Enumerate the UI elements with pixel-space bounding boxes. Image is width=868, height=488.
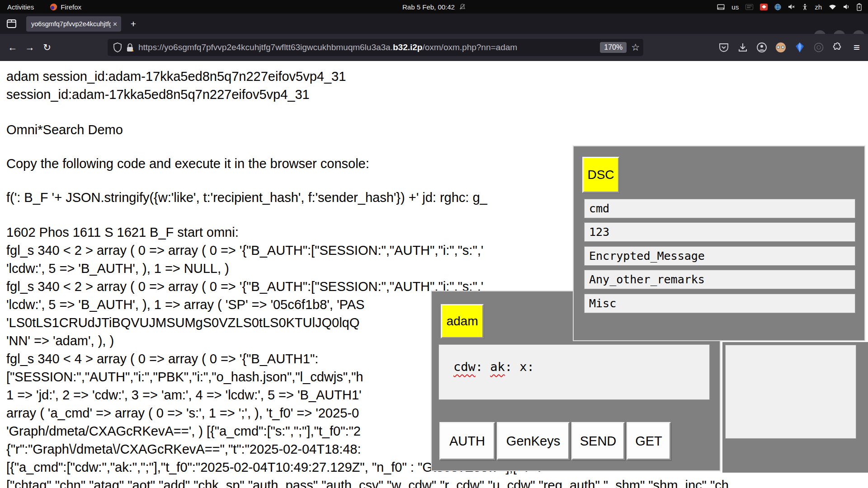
console-word: ak	[490, 360, 505, 374]
firefox-view-icon[interactable]	[6, 19, 17, 29]
hidden-panel-textarea[interactable]	[725, 345, 856, 439]
adam-title-button[interactable]: adam	[441, 304, 484, 338]
globe-tray-icon[interactable]	[774, 4, 781, 10]
focused-app-label: Firefox	[61, 3, 81, 11]
lock-icon[interactable]	[126, 43, 134, 52]
genkeys-button[interactable]: GenKeys	[497, 422, 570, 460]
input-method-icon[interactable]	[745, 4, 753, 10]
browser-tab[interactable]: yo6sgmfq7pfvvp2e4kcuhjtfg ✕	[26, 16, 121, 32]
dsc-panel: DSC cmd 123 Encrypted_Message Any_other_…	[573, 145, 865, 341]
hidden-widget-panel	[722, 342, 868, 473]
extension-blue-icon[interactable]	[794, 42, 806, 53]
page-line: session_id:adam-17kka5ed8n5q7n227eifov5v…	[6, 87, 868, 102]
bookmark-star-icon[interactable]: ☆	[631, 42, 640, 53]
pocket-icon[interactable]	[718, 42, 730, 53]
audio-muted-icon[interactable]	[788, 4, 795, 10]
firefox-logo-icon	[50, 4, 57, 10]
send-button[interactable]: SEND	[571, 422, 625, 460]
keyboard-icon[interactable]	[717, 4, 725, 10]
dsc-title-button[interactable]: DSC	[582, 157, 619, 193]
forward-button[interactable]: →	[23, 40, 37, 55]
menu-hamburger-icon[interactable]: ≡	[851, 41, 863, 54]
misc-field[interactable]: Misc	[584, 294, 855, 313]
language-indicator[interactable]: zh	[815, 3, 822, 11]
volume-icon[interactable]	[843, 4, 850, 10]
new-tab-button[interactable]: +	[127, 18, 139, 30]
auth-button[interactable]: AUTH	[439, 422, 495, 460]
page-line: ["chtag","chn","atag","aot","add","chk_s…	[6, 478, 868, 488]
zoom-level-badge[interactable]: 170%	[600, 42, 627, 53]
console-word: x:	[519, 360, 534, 374]
wifi-icon[interactable]	[829, 4, 836, 10]
extensions-puzzle-icon[interactable]	[832, 42, 844, 53]
focused-app-menu[interactable]: Firefox	[50, 3, 81, 11]
url-bar[interactable]: https://yo6sgmfq7pfvvp2e4kcuhjtfg7wfltt6…	[108, 39, 643, 56]
gnome-top-bar: Activities Firefox Rab 5 Feb, 00:42 us	[0, 0, 868, 14]
value-field[interactable]: 123	[584, 222, 855, 242]
profile-avatar-icon[interactable]	[775, 42, 787, 52]
page-line: adam session_id:adam-17kka5ed8n5q7n227ei…	[6, 69, 868, 84]
notifications-muted-icon	[459, 4, 466, 10]
clock[interactable]: Rab 5 Feb, 00:42	[402, 3, 455, 11]
firefox-tab-bar: yo6sgmfq7pfvvp2e4kcuhjtfg ✕ + – ✕	[0, 14, 868, 34]
console-sep: :	[476, 360, 491, 374]
shield-icon[interactable]	[113, 42, 122, 52]
accessibility-icon[interactable]	[802, 4, 808, 10]
back-button[interactable]: ←	[5, 40, 20, 55]
screen-share-indicator-icon[interactable]	[760, 4, 768, 10]
downloads-icon[interactable]	[737, 42, 749, 53]
remarks-field[interactable]: Any_other_remarks	[584, 270, 855, 289]
activities-button[interactable]: Activities	[7, 3, 34, 11]
console-sep: :	[505, 360, 520, 374]
reload-button[interactable]: ↻	[40, 40, 54, 55]
battery-icon[interactable]	[857, 3, 862, 11]
extension-dimmed-icon[interactable]	[813, 42, 825, 52]
cmd-field[interactable]: cmd	[584, 199, 855, 218]
keyboard-layout-indicator[interactable]: us	[731, 3, 739, 11]
screen: Activities Firefox Rab 5 Feb, 00:42 us	[0, 0, 868, 488]
account-icon[interactable]	[756, 42, 768, 53]
get-button[interactable]: GET	[627, 422, 671, 460]
console-word: cdw	[453, 360, 476, 374]
adam-console-textarea[interactable]: cdw: ak: x:	[439, 344, 710, 400]
encrypted-message-field[interactable]: Encrypted_Message	[584, 246, 855, 266]
url-text: https://yo6sgmfq7pfvvp2e4kcuhjtfg7wfltt6…	[138, 42, 600, 52]
tab-close-icon[interactable]: ✕	[113, 21, 118, 28]
page-line: Omni*Search Demo	[6, 122, 868, 137]
firefox-nav-bar: ← → ↻ https://yo6sgmfq7pfvvp2e4kcuhjtfg7…	[0, 34, 868, 61]
tab-title: yo6sgmfq7pfvvp2e4kcuhjtfg	[31, 20, 111, 28]
